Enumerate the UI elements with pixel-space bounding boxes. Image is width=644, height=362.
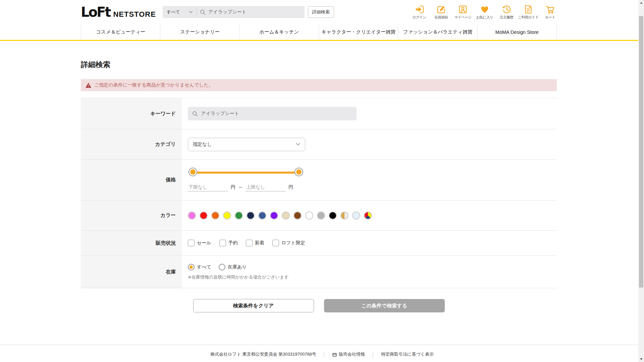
mypage-icon xyxy=(458,4,468,14)
color-swatch-multicolor[interactable] xyxy=(364,212,372,220)
nav-item-moma[interactable]: MoMA Design Store xyxy=(477,24,557,40)
quick-link-favorites[interactable]: お気に入り xyxy=(475,4,494,20)
radio-icon[interactable] xyxy=(188,264,195,270)
advanced-search-page: 詳細検索 ご指定の条件に一致する商品が見つかりませんでした。 キーワード カテゴ… xyxy=(0,60,644,312)
color-swatch-gray[interactable] xyxy=(317,212,325,220)
nav-item-stationery[interactable]: ステーショナリー xyxy=(160,24,239,40)
color-swatch-brown[interactable] xyxy=(293,212,302,220)
color-swatch-green[interactable] xyxy=(235,212,243,220)
nav-item-home-kitchen[interactable]: ホーム＆キッチン xyxy=(239,24,319,40)
price-slider-min-handle[interactable] xyxy=(189,168,197,176)
quick-link-mypage[interactable]: マイページ xyxy=(453,4,472,20)
clear-conditions-button[interactable]: 検索条件をクリア xyxy=(193,299,314,312)
color-swatch-gold-silver[interactable] xyxy=(340,212,348,220)
price-slider-max-handle[interactable] xyxy=(295,168,303,176)
color-swatch-black[interactable] xyxy=(329,212,337,220)
color-swatch-pink[interactable] xyxy=(188,212,196,220)
logo-loft-text: LoFt xyxy=(81,4,110,20)
checkbox-icon[interactable] xyxy=(219,240,226,246)
quick-link-login[interactable]: ログイン xyxy=(410,4,429,20)
advanced-search-button[interactable]: 詳細検索 xyxy=(308,6,334,18)
sales-checkbox-item-0[interactable]: セール xyxy=(188,240,211,246)
price-slider-track[interactable] xyxy=(193,172,299,174)
scrollbar-down-arrow[interactable] xyxy=(638,356,644,362)
nav-item-cosme-beauty[interactable]: コスメ＆ビューティー xyxy=(81,24,160,40)
stock-radio-item-1[interactable]: 在庫あり xyxy=(219,264,247,270)
login-icon xyxy=(414,4,424,14)
vertical-scrollbar[interactable] xyxy=(638,0,644,362)
cart-icon xyxy=(545,4,555,14)
color-swatch-purple[interactable] xyxy=(270,212,278,220)
sales-checkbox-item-2[interactable]: 新着 xyxy=(246,240,264,246)
category-label: カテゴリ xyxy=(81,129,182,159)
quick-link-cart[interactable]: カート xyxy=(541,4,559,20)
search-icon xyxy=(200,9,206,15)
category-select-value: 指定なし xyxy=(193,141,212,147)
header-search-bar: すべて xyxy=(163,6,305,18)
quick-link-label: ご利用ガイド xyxy=(518,15,539,20)
header-search-input[interactable] xyxy=(208,9,292,15)
price-area: 円 ～ 円 xyxy=(188,160,301,191)
site-header: LoFt NETSTORE すべて 詳細検索 ログイン xyxy=(0,0,644,41)
quick-link-label: 会員登録 xyxy=(434,15,448,20)
member-register-icon xyxy=(436,4,446,14)
logo-netstore-text: NETSTORE xyxy=(113,10,156,19)
stock-note: ※在庫情報の反映に時間がかかる場合がございます xyxy=(188,274,289,280)
quick-link-label: カート xyxy=(545,15,555,20)
keyword-input[interactable] xyxy=(201,111,357,116)
stock-area: すべて在庫あり ※在庫情報の反映に時間がかかる場合がございます xyxy=(188,264,289,280)
price-unit-label: 円 xyxy=(231,184,235,190)
footer-separator: │ xyxy=(323,352,326,357)
form-actions: 検索条件をクリア この条件で検索する xyxy=(81,299,557,312)
checkbox-icon[interactable] xyxy=(272,240,279,246)
chevron-down-icon xyxy=(189,11,193,13)
color-swatch-orange[interactable] xyxy=(211,212,219,220)
color-swatch-navy[interactable] xyxy=(247,212,255,220)
nav-item-character-creator[interactable]: キャラクター・クリエイター雑貨 xyxy=(319,24,398,40)
search-category-select[interactable]: すべて xyxy=(163,6,196,18)
color-swatch-blue[interactable] xyxy=(258,212,266,220)
scrollbar-up-arrow[interactable] xyxy=(638,0,644,6)
price-min-input[interactable] xyxy=(188,184,228,191)
scrollbar-thumb[interactable] xyxy=(639,16,643,288)
sales-checkbox-item-3[interactable]: ロフト限定 xyxy=(272,240,305,246)
stock-radio-item-0[interactable]: すべて xyxy=(188,264,211,270)
site-logo[interactable]: LoFt NETSTORE xyxy=(81,4,156,20)
user-guide-icon xyxy=(523,4,533,14)
color-swatches xyxy=(188,212,372,220)
search-icon xyxy=(192,111,198,117)
checkbox-icon[interactable] xyxy=(188,240,195,246)
page-title: 詳細検索 xyxy=(81,60,644,70)
stock-row: 在庫 すべて在庫あり ※在庫情報の反映に時間がかかる場合がございます xyxy=(81,256,557,288)
quick-link-label: お気に入り xyxy=(476,15,493,20)
category-select[interactable]: 指定なし xyxy=(188,138,305,151)
color-swatch-white[interactable] xyxy=(305,212,313,220)
warning-icon xyxy=(86,83,91,88)
price-label: 価格 xyxy=(81,160,182,200)
checkbox-label: ロフト限定 xyxy=(281,240,305,246)
checkbox-label: 新着 xyxy=(255,240,264,246)
color-swatch-clear[interactable] xyxy=(352,212,360,220)
footer-link-tokushoho[interactable]: 特定商取引法に基づく表示 xyxy=(381,351,434,357)
radio-icon[interactable] xyxy=(219,264,225,270)
color-swatch-yellow[interactable] xyxy=(223,212,231,220)
no-results-alert: ご指定の条件に一致する商品が見つかりませんでした。 xyxy=(81,79,557,91)
quick-link-order-history[interactable]: 注文履歴 xyxy=(497,4,516,20)
footer-link-seller-info[interactable]: 販売会社情報 xyxy=(332,351,365,357)
price-unit-label: 円 xyxy=(288,184,293,190)
quick-link-guide[interactable]: ご利用ガイド xyxy=(519,4,538,20)
search-with-conditions-button[interactable]: この条件で検索する xyxy=(324,299,445,312)
color-swatch-red[interactable] xyxy=(200,212,208,220)
color-swatch-beige[interactable] xyxy=(282,212,290,220)
sales-status-label: 販売状況 xyxy=(81,231,182,255)
site-footer: 株式会社ロフト 東京都公安委員会 第303319700768号 │ 販売会社情報… xyxy=(0,345,644,362)
quick-link-member-register[interactable]: 会員登録 xyxy=(432,4,450,20)
color-row: カラー xyxy=(81,200,557,231)
stock-options: すべて在庫あり xyxy=(188,264,289,270)
keyword-label: キーワード xyxy=(81,98,182,129)
price-max-input[interactable] xyxy=(246,184,286,191)
nav-item-fashion-variety[interactable]: ファッション＆バラエティ雑貨 xyxy=(398,24,477,40)
sales-checkbox-item-1[interactable]: 予約 xyxy=(219,240,238,246)
checkbox-icon[interactable] xyxy=(246,240,253,246)
search-category-value: すべて xyxy=(167,9,180,15)
